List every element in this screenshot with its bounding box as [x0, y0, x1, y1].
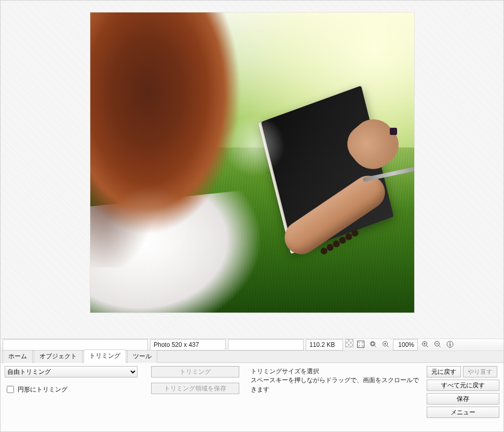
circle-trim-row[interactable]: 円形にトリミング: [5, 383, 145, 396]
tab-tool[interactable]: ツール: [127, 350, 157, 363]
zoom-in-icon[interactable]: [420, 339, 430, 349]
trim-button[interactable]: トリミング: [151, 366, 239, 377]
circle-trim-label: 円形にトリミング: [18, 385, 67, 394]
fit-window-icon[interactable]: [356, 339, 366, 349]
status-zoom: 100%: [393, 339, 418, 350]
trimming-panel: 自由トリミング 円形にトリミング トリミング トリミング領域を保存 トリミングサ…: [1, 363, 503, 431]
zoom-reset-icon[interactable]: [380, 339, 391, 349]
trim-mode-select[interactable]: 自由トリミング: [5, 366, 138, 377]
svg-point-4: [385, 343, 386, 345]
circle-trim-checkbox[interactable]: [7, 386, 14, 393]
zoom-out-icon[interactable]: [432, 339, 443, 349]
save-button[interactable]: 保存: [427, 393, 499, 404]
menu-button[interactable]: メニュー: [427, 407, 499, 418]
redo-button[interactable]: やり直す: [463, 366, 497, 377]
status-bar: Photo 520 x 437 110.2 KB 100%: [1, 339, 503, 351]
photo-preview[interactable]: [90, 12, 414, 313]
actual-size-icon[interactable]: [368, 339, 378, 349]
info-icon[interactable]: [445, 339, 455, 349]
svg-rect-9: [449, 344, 451, 346]
right-button-column: 元に戻す やり直す すべて元に戻す 保存 メニュー: [427, 366, 499, 429]
svg-point-8: [449, 342, 451, 343]
hint-line-2: スペースキーを押しながらドラッグで、画面をスクロールできます: [251, 376, 420, 394]
tab-strip: ホーム オブジェクト トリミング ツール: [1, 351, 503, 363]
image-canvas[interactable]: [1, 1, 503, 339]
status-dimensions: Photo 520 x 437: [150, 339, 226, 350]
transparency-icon[interactable]: [345, 339, 353, 347]
status-filesize: 110.2 KB: [306, 339, 343, 350]
app-frame: Photo 520 x 437 110.2 KB 100% ホーム オブジェクト…: [0, 0, 504, 432]
tab-object[interactable]: オブジェクト: [34, 350, 83, 363]
hint-line-1: トリミングサイズを選択: [251, 367, 420, 376]
status-field-mid: [228, 339, 304, 350]
undo-button[interactable]: 元に戻す: [427, 366, 461, 377]
tab-trimming[interactable]: トリミング: [84, 349, 126, 363]
svg-point-1: [371, 342, 375, 346]
svg-rect-2: [372, 343, 374, 345]
status-field-left: [3, 339, 148, 350]
hint-text: トリミングサイズを選択 スペースキーを押しながらドラッグで、画面をスクロールでき…: [251, 366, 420, 396]
undo-all-button[interactable]: すべて元に戻す: [427, 380, 499, 391]
save-trim-area-button[interactable]: トリミング領域を保存: [151, 383, 239, 394]
tab-home[interactable]: ホーム: [3, 350, 33, 363]
